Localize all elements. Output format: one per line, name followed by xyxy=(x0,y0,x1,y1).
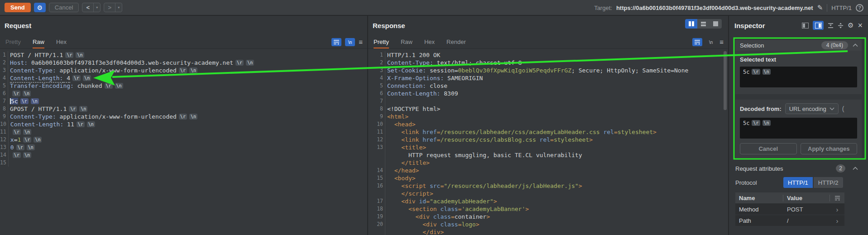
code-line[interactable]: 15 <body> xyxy=(368,174,728,182)
code-line[interactable]: 2Content-Type: text/html; charset=utf-8 xyxy=(368,59,728,67)
code-line[interactable]: </title> xyxy=(368,159,728,167)
code-token: <title> xyxy=(387,144,426,151)
request-editor[interactable]: 1POST / HTTP/1.1\r\n2Host: 0a6b001603b0f… xyxy=(0,48,367,235)
inspector-settings-gear-icon[interactable]: ⚙ xyxy=(848,21,854,29)
response-editor[interactable]: 1HTTP/1.1 200 OK2Content-Type: text/html… xyxy=(368,48,728,235)
back-arrow-icon[interactable]: < xyxy=(82,3,93,12)
request-attributes-header[interactable]: Request attributes 2 xyxy=(735,163,862,174)
layout-single-button[interactable] xyxy=(710,19,722,29)
code-line[interactable]: 9<html> xyxy=(368,113,728,120)
code-line[interactable]: 7 xyxy=(368,97,728,105)
code-line[interactable]: 15 xyxy=(0,159,367,167)
code-line[interactable]: 20 <div class=logo> xyxy=(368,221,728,228)
chevron-up-icon[interactable] xyxy=(853,43,858,47)
code-line[interactable]: 11\r\n xyxy=(0,128,367,136)
tab-render[interactable]: Render xyxy=(446,38,466,48)
code-line[interactable]: 75c\r\n xyxy=(0,97,367,105)
layout-rows-button[interactable] xyxy=(697,19,710,29)
selection-section-header[interactable]: Selection 4 (0x4) xyxy=(735,40,862,51)
line-number: 13 xyxy=(0,144,8,151)
code-line[interactable]: 14 </head> xyxy=(368,167,728,174)
soft-wrap-icon[interactable] xyxy=(692,38,702,46)
code-line[interactable]: 10Content-Length: 11\r\n xyxy=(0,120,367,128)
decoding-select[interactable]: URL encoding xyxy=(785,103,839,114)
tab-pretty[interactable]: Pretty xyxy=(5,38,21,48)
layout-columns-button[interactable] xyxy=(685,19,697,29)
soft-wrap-icon[interactable] xyxy=(331,38,341,46)
code-line[interactable]: 5Transfer-Encoding: chunked\r\n xyxy=(0,82,367,90)
code-line[interactable]: 3Content-Type: application/x-www-form-ur… xyxy=(0,67,367,74)
dock-left-icon[interactable] xyxy=(802,23,809,29)
send-button[interactable]: Send xyxy=(5,3,31,12)
chevron-right-icon[interactable]: › xyxy=(830,206,844,213)
protocol-option-http-2[interactable]: HTTP/2 xyxy=(814,177,843,188)
code-line[interactable]: 16 <script src="/resources/labheader/js/… xyxy=(368,182,728,190)
code-line[interactable]: 1HTTP/1.1 200 OK xyxy=(368,51,728,59)
collapse-all-icon[interactable] xyxy=(838,23,844,29)
expand-all-icon[interactable] xyxy=(828,23,834,29)
code-line[interactable]: 11 <link href=/resources/labheader/css/a… xyxy=(368,128,728,136)
inspector-close-icon[interactable]: × xyxy=(858,21,863,29)
attribute-row[interactable]: Path/› xyxy=(735,215,844,226)
code-token: <div xyxy=(387,198,419,205)
newline-chip: \r xyxy=(235,60,244,66)
code-line[interactable]: 8GPOST / HTTP/1.1\r\n xyxy=(0,105,367,113)
code-token: rel xyxy=(540,136,550,143)
code-text: <head> xyxy=(385,120,728,128)
code-line[interactable]: 13 <title> xyxy=(368,144,728,151)
code-line[interactable]: 4Content-Length: 4\r\n xyxy=(0,74,367,82)
code-line[interactable]: 18 <section class='academyLabBanner'> xyxy=(368,205,728,213)
inspector-cancel-button[interactable]: Cancel xyxy=(740,143,797,154)
code-line[interactable]: 17 <div id="academyLabHeader"> xyxy=(368,197,728,205)
code-line[interactable]: 9Content-Type: application/x-www-form-ur… xyxy=(0,113,367,120)
chevron-up-icon[interactable] xyxy=(853,167,858,170)
tab-raw[interactable]: Raw xyxy=(401,38,412,48)
show-newlines-icon[interactable]: \n xyxy=(345,38,355,46)
code-line[interactable]: 6\r\n xyxy=(0,90,367,97)
code-line[interactable]: 12x=1\r\n xyxy=(0,136,367,144)
back-dropdown-icon[interactable]: ▾ xyxy=(93,3,100,12)
code-line[interactable]: 14\r\n xyxy=(0,151,367,159)
tab-hex[interactable]: Hex xyxy=(56,38,67,48)
code-line[interactable]: HTTP request smuggling, basic TE.CL vuln… xyxy=(368,151,728,159)
code-line[interactable]: 1POST / HTTP/1.1\r\n xyxy=(0,51,367,59)
send-settings-gear-button[interactable]: ⚙ xyxy=(34,3,46,12)
protocol-option-http-1[interactable]: HTTP/1 xyxy=(783,177,813,188)
code-line[interactable]: 8<!DOCTYPE html> xyxy=(368,105,728,113)
tab-pretty[interactable]: Pretty xyxy=(374,38,389,48)
code-line[interactable]: 10 <head> xyxy=(368,120,728,128)
selected-text-value[interactable]: 5c\r\n xyxy=(740,67,857,87)
code-token: close xyxy=(426,82,447,89)
tab-hex[interactable]: Hex xyxy=(424,38,435,48)
show-newlines-icon[interactable]: \n xyxy=(706,38,716,46)
edit-target-pencil-icon[interactable]: ✎ xyxy=(817,4,823,12)
history-back-button[interactable]: < ▾ xyxy=(82,3,101,12)
history-forward-button[interactable]: > ▾ xyxy=(104,3,122,12)
code-line[interactable]: 5Connection: close xyxy=(368,82,728,90)
code-line[interactable]: </div> xyxy=(368,228,728,235)
editor-menu-icon[interactable]: ≡ xyxy=(359,38,363,46)
code-line[interactable]: 6Content-Length: 8309 xyxy=(368,90,728,97)
line-number: 10 xyxy=(0,120,8,128)
code-line[interactable]: 130\r\n xyxy=(0,144,367,151)
cancel-button[interactable]: Cancel xyxy=(49,3,79,12)
apply-changes-button[interactable]: Apply changes xyxy=(801,143,858,154)
editor-menu-icon[interactable]: ≡ xyxy=(719,38,724,46)
decoded-text-value[interactable]: 5c\r\n xyxy=(740,118,857,139)
chevron-right-icon[interactable]: › xyxy=(830,217,844,225)
code-line[interactable]: 4X-Frame-Options: SAMEORIGIN xyxy=(368,74,728,82)
code-line[interactable]: 12 <link href=/resources/css/labsBlog.cs… xyxy=(368,136,728,144)
dock-right-button[interactable] xyxy=(813,21,824,30)
code-line[interactable]: 2Host: 0a6b001603b0f49781f3e3df004d00d3.… xyxy=(0,59,367,67)
code-line[interactable]: 3Set-Cookie: session=0beblQv30fXpwKiqIgo… xyxy=(368,67,728,74)
tab-raw[interactable]: Raw xyxy=(33,38,44,48)
code-line[interactable]: 19 <div class=container> xyxy=(368,213,728,221)
forward-arrow-icon[interactable]: > xyxy=(104,3,115,12)
code-token: application/x-www-form-urlencoded xyxy=(56,113,177,120)
forward-dropdown-icon[interactable]: ▾ xyxy=(115,3,122,12)
attribute-row[interactable]: MethodPOST› xyxy=(735,204,844,215)
code-line[interactable]: </script> xyxy=(368,190,728,197)
table-wrap-icon[interactable] xyxy=(830,196,844,201)
response-scrollbar[interactable] xyxy=(724,51,727,110)
help-icon[interactable]: ? xyxy=(856,4,863,12)
